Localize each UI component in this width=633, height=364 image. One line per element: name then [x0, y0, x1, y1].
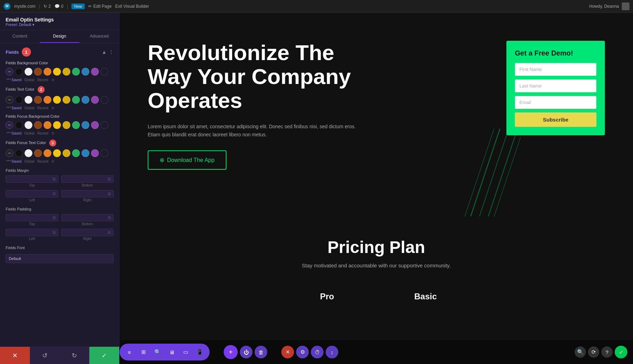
- margin-right-input[interactable]: ⛓: [61, 190, 114, 197]
- toolbar-grid-btn[interactable]: ⊞: [137, 346, 150, 358]
- pricing-card-pro[interactable]: Pro: [278, 282, 376, 311]
- color-picker-btn-1[interactable]: ✏: [6, 68, 13, 76]
- email-input[interactable]: [515, 96, 596, 109]
- swatch-brown-2[interactable]: [34, 96, 42, 104]
- swatch-purple-3[interactable]: [91, 121, 99, 129]
- padding-left-input[interactable]: ⛓: [6, 229, 58, 236]
- swatch-blue-4[interactable]: [82, 149, 89, 157]
- padding-bottom-input[interactable]: ⛓: [61, 214, 114, 221]
- toolbar-tablet-btn[interactable]: ▭: [179, 346, 192, 358]
- swatch-eraser-2[interactable]: [101, 96, 108, 104]
- settings-3[interactable]: ⚙: [51, 131, 55, 135]
- swatch-white-1[interactable]: [25, 68, 32, 76]
- panel-preset[interactable]: Preset: Default ▾: [6, 22, 114, 27]
- recent-2[interactable]: Recent: [37, 106, 49, 110]
- settings-1[interactable]: ⚙: [51, 78, 55, 82]
- more-options-button[interactable]: ⋮: [109, 49, 114, 55]
- swatch-brown-4[interactable]: [34, 149, 42, 157]
- toolbar-refresh-btn[interactable]: ⟳: [588, 346, 599, 358]
- swatch-orange-4[interactable]: [44, 149, 51, 157]
- swatch-yellow-1[interactable]: [53, 68, 61, 76]
- swatch-yellow-3[interactable]: [53, 121, 61, 129]
- swatch-blue-3[interactable]: [82, 121, 89, 129]
- padding-right-input[interactable]: ⛓: [61, 229, 114, 236]
- toolbar-help-btn[interactable]: ?: [601, 346, 613, 358]
- new-button[interactable]: New: [71, 4, 85, 9]
- swatch-white-2[interactable]: [25, 96, 32, 104]
- first-name-input[interactable]: [515, 63, 596, 76]
- swatch-blue-1[interactable]: [82, 68, 89, 76]
- toolbar-history-btn[interactable]: ⏱: [311, 346, 324, 358]
- site-name-link[interactable]: mysite.com: [14, 4, 36, 9]
- recent-3[interactable]: Recent: [37, 131, 49, 135]
- toolbar-reorder-btn[interactable]: ↕: [326, 346, 338, 358]
- ellipsis-4[interactable]: •••: [6, 158, 11, 163]
- toolbar-search-btn[interactable]: 🔍: [151, 346, 164, 358]
- toolbar-menu-btn[interactable]: ≡: [123, 346, 136, 358]
- color-picker-btn-2[interactable]: ✏: [6, 96, 13, 104]
- swatch-brown-1[interactable]: [34, 68, 42, 76]
- pricing-card-basic[interactable]: Basic: [376, 282, 475, 311]
- ellipsis-2[interactable]: •••: [6, 105, 11, 110]
- swatch-yellow2-2[interactable]: [63, 96, 70, 104]
- margin-bottom-input[interactable]: ⛓: [61, 175, 114, 183]
- swatch-yellow-2[interactable]: [53, 96, 61, 104]
- toolbar-settings-btn[interactable]: ⚙: [296, 346, 309, 358]
- collapse-button[interactable]: ▲: [102, 49, 107, 55]
- save-button[interactable]: ✓: [89, 347, 119, 364]
- margin-left-input[interactable]: ⛓: [6, 190, 58, 197]
- comments-link[interactable]: 💬 0: [55, 4, 64, 9]
- swatch-eraser-4[interactable]: [101, 149, 108, 157]
- fields-font-select[interactable]: Default: [6, 254, 114, 263]
- wordpress-icon[interactable]: W: [4, 3, 11, 10]
- swatch-purple-4[interactable]: [91, 149, 99, 157]
- swatch-green-1[interactable]: [72, 68, 80, 76]
- swatch-yellow2-1[interactable]: [63, 68, 70, 76]
- toolbar-mobile-btn[interactable]: 📱: [193, 346, 206, 358]
- swatch-eraser-1[interactable]: [101, 68, 108, 76]
- global-3[interactable]: Global: [24, 131, 34, 135]
- global-2[interactable]: Global: [24, 106, 34, 110]
- tab-design[interactable]: Design: [40, 30, 79, 43]
- global-4[interactable]: Global: [24, 160, 34, 163]
- color-picker-btn-4[interactable]: ✏: [6, 149, 13, 157]
- swatch-purple-2[interactable]: [91, 96, 99, 104]
- swatch-yellow2-4[interactable]: [63, 149, 70, 157]
- settings-4[interactable]: ⚙: [51, 160, 55, 163]
- recent-4[interactable]: Recent: [37, 160, 49, 163]
- swatch-green-4[interactable]: [72, 149, 80, 157]
- margin-top-input[interactable]: ⛓: [6, 175, 58, 183]
- tab-content[interactable]: Content: [0, 30, 40, 43]
- download-app-button[interactable]: ⊕ Download The App: [148, 150, 226, 170]
- swatch-black-2[interactable]: [15, 96, 23, 104]
- ellipsis-1[interactable]: •••: [6, 77, 11, 82]
- admin-avatar[interactable]: [622, 2, 629, 10]
- swatch-brown-3[interactable]: [34, 121, 42, 129]
- cancel-button[interactable]: ✕: [0, 347, 30, 364]
- tab-advanced[interactable]: Advanced: [79, 30, 119, 43]
- color-picker-btn-3[interactable]: ✏: [6, 121, 13, 129]
- swatch-black-3[interactable]: [15, 121, 23, 129]
- swatch-black-4[interactable]: [15, 149, 23, 157]
- swatch-blue-2[interactable]: [82, 96, 89, 104]
- toolbar-check-btn[interactable]: ✓: [615, 346, 627, 358]
- toolbar-power-btn[interactable]: ⏻: [240, 346, 252, 358]
- saved-1[interactable]: Saved: [12, 78, 21, 82]
- settings-2[interactable]: ⚙: [51, 106, 55, 110]
- swatch-yellow2-3[interactable]: [63, 121, 70, 129]
- undo-button[interactable]: ↺: [30, 347, 60, 364]
- toolbar-zoom-btn[interactable]: 🔍: [575, 346, 586, 358]
- toolbar-close-btn[interactable]: ✕: [281, 346, 294, 358]
- swatch-yellow-4[interactable]: [53, 149, 61, 157]
- saved-4[interactable]: Saved: [12, 160, 21, 163]
- toolbar-desktop-btn[interactable]: 🖥: [165, 346, 178, 358]
- toolbar-add-btn[interactable]: +: [224, 345, 238, 359]
- updates-link[interactable]: ↻ 2: [44, 4, 51, 9]
- swatch-purple-1[interactable]: [91, 68, 99, 76]
- redo-button[interactable]: ↻: [60, 347, 90, 364]
- toolbar-trash-btn[interactable]: 🗑: [255, 346, 267, 358]
- swatch-orange-2[interactable]: [44, 96, 51, 104]
- saved-3[interactable]: Saved: [12, 131, 21, 135]
- swatch-black-1[interactable]: [15, 68, 23, 76]
- edit-page-link[interactable]: ✏ Edit Page: [88, 4, 111, 9]
